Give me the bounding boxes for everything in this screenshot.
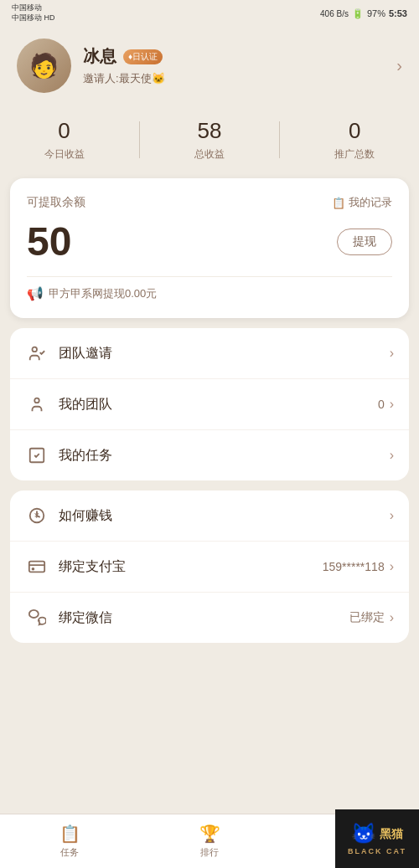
menu-label-my-team: 我的团队	[59, 396, 378, 413]
record-icon: 📋	[332, 197, 345, 209]
earn-money-icon: ¥	[25, 504, 49, 527]
black-cat-watermark: 🐱 黑猫 BLACK CAT	[335, 809, 419, 868]
menu-item-earn-money[interactable]: ¥ 如何赚钱 ›	[10, 490, 409, 542]
stat-value-0: 0	[58, 118, 70, 144]
svg-text:¥: ¥	[34, 511, 39, 520]
svg-point-6	[33, 568, 34, 570]
stat-divider-2	[279, 121, 280, 158]
nav-item-rank[interactable]: 🏆 排行	[140, 814, 280, 868]
menu-chevron-team-invite: ›	[390, 346, 394, 361]
menu-label-my-task: 我的任务	[59, 447, 390, 465]
task-nav-label: 任务	[60, 846, 79, 859]
balance-label: 可提取余额	[27, 195, 85, 210]
withdraw-button[interactable]: 提现	[337, 229, 392, 255]
status-bar: 中国移动 中国移动 HD 406 B/s 🔋 97% 5:53	[0, 0, 419, 27]
cat-icon: 🐱	[351, 822, 376, 845]
profile-name: 冰息	[83, 45, 116, 68]
menu-section-1: 团队邀请 › 我的团队 0 › 我的任务 ›	[10, 328, 409, 480]
stat-label-0: 今日收益	[44, 147, 85, 162]
carrier-info: 中国移动 中国移动 HD	[12, 3, 55, 23]
menu-chevron-wechat: ›	[390, 610, 394, 625]
team-invite-icon	[25, 342, 49, 365]
task-nav-icon: 📋	[59, 824, 80, 844]
stat-today-earnings: 0 今日收益	[44, 118, 85, 162]
carrier1: 中国移动	[12, 3, 55, 13]
stat-label-2: 推广总数	[334, 147, 375, 162]
notice-icon: 📢	[27, 285, 44, 301]
menu-item-team-invite[interactable]: 团队邀请 ›	[10, 328, 409, 379]
profile-name-row: 冰息 ♦日认证	[83, 45, 402, 68]
profile-section: 🧑 冰息 ♦日认证 邀请人:最天使🐱 ›	[0, 27, 419, 110]
carrier2: 中国移动 HD	[12, 13, 55, 23]
battery-percent: 97%	[367, 8, 385, 18]
svg-rect-5	[29, 562, 44, 573]
wechat-icon	[25, 606, 49, 629]
my-team-icon	[25, 393, 49, 416]
balance-amount: 50	[27, 218, 71, 265]
alipay-icon	[25, 555, 49, 578]
menu-item-my-team[interactable]: 我的团队 0 ›	[10, 379, 409, 430]
menu-label-team-invite: 团队邀请	[59, 345, 390, 362]
network-speed: 406 B/s	[320, 9, 349, 18]
avatar: 🧑	[17, 39, 71, 93]
rank-nav-icon: 🏆	[199, 824, 220, 844]
profile-info: 冰息 ♦日认证 邀请人:最天使🐱	[83, 45, 402, 86]
menu-chevron-earn-money: ›	[390, 508, 394, 523]
stat-divider-1	[139, 121, 140, 158]
menu-chevron-alipay: ›	[390, 559, 394, 574]
cat-english-text: BLACK CAT	[348, 847, 406, 855]
menu-chevron-my-team: ›	[390, 397, 394, 412]
nav-item-task[interactable]: 📋 任务	[0, 814, 140, 868]
menu-value-alipay: 159*****118	[323, 560, 385, 573]
stat-value-1: 58	[198, 118, 222, 144]
menu-label-alipay: 绑定支付宝	[59, 558, 323, 576]
menu-chevron-my-task: ›	[390, 448, 394, 463]
menu-item-my-task[interactable]: 我的任务 ›	[10, 430, 409, 480]
stat-value-2: 0	[349, 118, 360, 144]
cat-chinese-text: 黑猫	[380, 827, 403, 841]
stat-total-earnings: 58 总收益	[194, 118, 225, 162]
balance-row: 50 提现	[27, 218, 392, 265]
stats-row: 0 今日收益 58 总收益 0 推广总数	[0, 110, 419, 178]
notice-text: 甲方甲系网提现0.00元	[49, 286, 157, 301]
menu-label-wechat: 绑定微信	[59, 609, 349, 627]
svg-point-1	[34, 398, 39, 403]
menu-value-wechat: 已绑定	[349, 610, 385, 625]
notice-row: 📢 甲方甲系网提现0.00元	[27, 276, 392, 301]
verified-badge: ♦日认证	[123, 49, 163, 64]
time: 5:53	[389, 8, 407, 18]
svg-point-0	[33, 347, 38, 352]
stat-promo-count: 0 推广总数	[334, 118, 375, 162]
profile-invite: 邀请人:最天使🐱	[83, 71, 402, 86]
stat-label-1: 总收益	[194, 147, 225, 162]
record-link[interactable]: 📋 我的记录	[332, 195, 392, 210]
menu-item-alipay[interactable]: 绑定支付宝 159*****118 ›	[10, 542, 409, 593]
profile-chevron[interactable]: ›	[396, 56, 402, 75]
status-right: 406 B/s 🔋 97% 5:53	[320, 8, 407, 19]
menu-section-2: ¥ 如何赚钱 › 绑定支付宝 159*****118 › 绑定微信 已绑定 ›	[10, 490, 409, 643]
record-text: 我的记录	[349, 195, 392, 210]
balance-header: 可提取余额 📋 我的记录	[27, 195, 392, 210]
rank-nav-label: 排行	[200, 846, 219, 859]
battery-icon: 🔋	[352, 8, 364, 19]
menu-value-my-team: 0	[378, 398, 385, 411]
menu-item-wechat[interactable]: 绑定微信 已绑定 ›	[10, 593, 409, 643]
my-task-icon	[25, 444, 49, 467]
menu-label-earn-money: 如何赚钱	[59, 507, 390, 525]
balance-card: 可提取余额 📋 我的记录 50 提现 📢 甲方甲系网提现0.00元	[10, 178, 409, 318]
